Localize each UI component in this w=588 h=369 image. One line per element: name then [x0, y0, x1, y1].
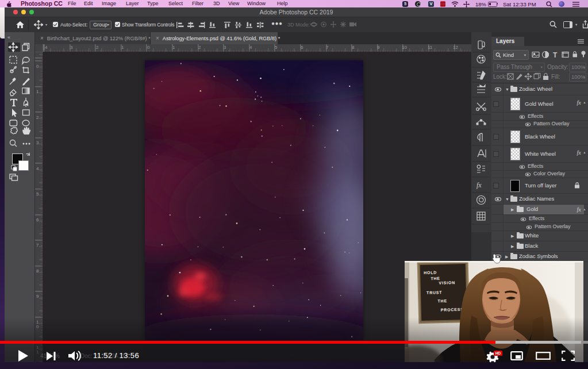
- svg-text:VISION: VISION: [439, 280, 455, 285]
- svg-text:THE: THE: [437, 299, 447, 303]
- svg-text:TRUST: TRUST: [426, 290, 443, 295]
- svg-text:fx: fx: [476, 181, 482, 189]
- svg-text:THE: THE: [431, 276, 440, 280]
- svg-text:HOLD: HOLD: [424, 270, 437, 275]
- svg-text:PROCESS: PROCESS: [441, 308, 464, 312]
- svg-text:T: T: [553, 51, 558, 59]
